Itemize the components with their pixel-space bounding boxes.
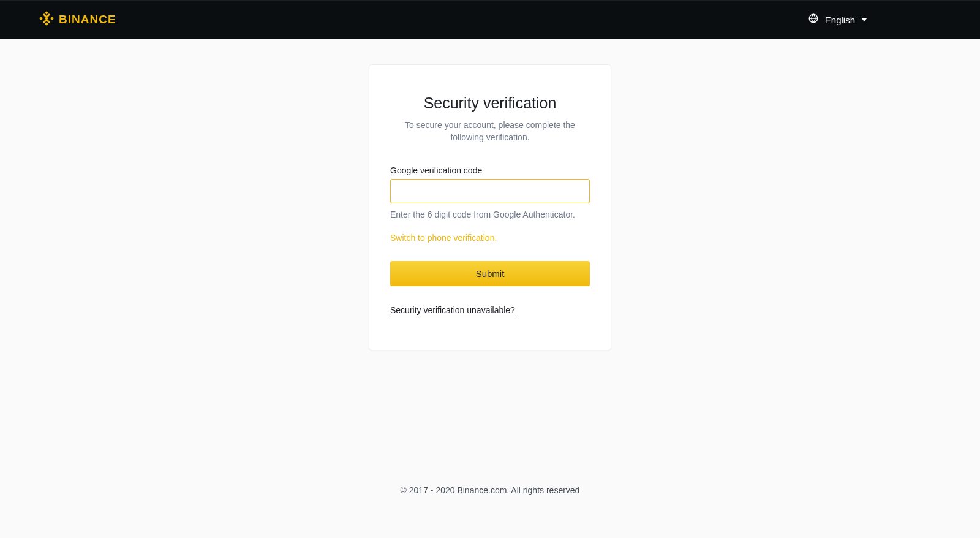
google-code-input[interactable] <box>390 179 590 203</box>
code-field-hint: Enter the 6 digit code from Google Authe… <box>390 210 590 219</box>
brand-logo[interactable]: BINANCE <box>39 11 116 28</box>
main-content: Security verification To secure your acc… <box>0 39 980 473</box>
svg-rect-0 <box>45 11 48 15</box>
globe-icon <box>808 13 819 26</box>
brand-name: BINANCE <box>59 13 116 26</box>
verification-card: Security verification To secure your acc… <box>369 64 611 350</box>
binance-logo-icon <box>39 11 54 28</box>
copyright-text: © 2017 - 2020 Binance.com. All rights re… <box>401 485 580 495</box>
svg-rect-1 <box>45 22 48 26</box>
language-selector[interactable]: English <box>808 13 941 26</box>
header: BINANCE English <box>0 0 980 39</box>
svg-rect-3 <box>50 17 54 20</box>
code-field-label: Google verification code <box>390 165 590 175</box>
switch-phone-link[interactable]: Switch to phone verification. <box>390 233 590 243</box>
submit-button[interactable]: Submit <box>390 261 590 286</box>
language-label: English <box>825 15 855 25</box>
chevron-down-icon <box>861 14 867 25</box>
footer: © 2017 - 2020 Binance.com. All rights re… <box>0 473 980 538</box>
svg-rect-2 <box>39 17 43 20</box>
card-title: Security verification <box>390 94 590 112</box>
card-subtitle: To secure your account, please complete … <box>390 119 590 143</box>
verification-unavailable-link[interactable]: Security verification unavailable? <box>390 305 515 315</box>
